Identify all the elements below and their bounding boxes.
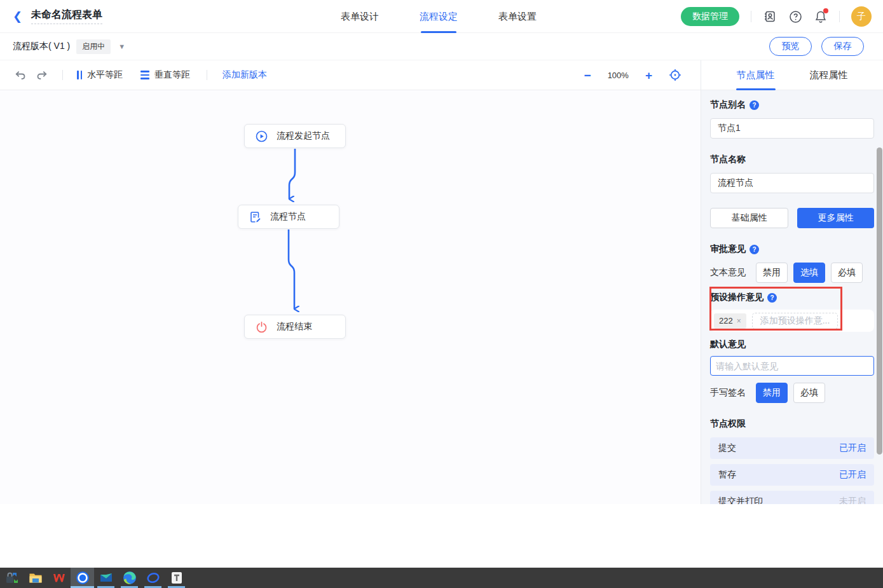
chevron-down-icon[interactable]: ▼: [118, 43, 125, 50]
canvas-toolbar: 水平等距 垂直等距 添加新版本 − 100% +: [0, 60, 701, 90]
mail-app-icon[interactable]: [94, 568, 118, 588]
version-label: 流程版本( V1 ): [13, 41, 70, 52]
preset-opinion-tag: 222 ×: [714, 313, 746, 329]
notification-bell-icon[interactable]: [814, 10, 828, 24]
add-version-button[interactable]: 添加新版本: [222, 69, 267, 81]
properties-panel: 节点属性 流程属性 节点别名 ? 节点名称 基础属性 更多属性 审批意见 ?: [701, 60, 883, 504]
flow-node-end[interactable]: 流程结束: [244, 315, 346, 339]
undo-icon[interactable]: [14, 70, 26, 81]
version-actions: 预览 保存: [769, 37, 864, 56]
horizontal-spacing-button[interactable]: 水平等距: [77, 69, 123, 81]
flow-connectors: [0, 90, 701, 503]
approval-opinion-label: 审批意见 ?: [710, 243, 874, 255]
contacts-book-icon[interactable]: [763, 10, 777, 24]
save-button[interactable]: 保存: [821, 37, 864, 56]
divider: [751, 11, 751, 22]
file-explorer-icon[interactable]: [24, 568, 47, 588]
data-manage-button[interactable]: 数据管理: [681, 7, 739, 26]
preset-opinion-field[interactable]: 222 × 添加预设操作意...: [710, 310, 874, 332]
vertical-spacing-icon: [140, 71, 149, 79]
header-tabs: 表单设计 流程设定 表单设置: [341, 0, 537, 33]
vertical-spacing-button[interactable]: 垂直等距: [140, 69, 190, 81]
help-icon[interactable]: ?: [750, 245, 759, 254]
signature-required-button[interactable]: 必填: [793, 383, 825, 403]
basic-properties-button[interactable]: 基础属性: [710, 208, 788, 228]
divider: [207, 70, 207, 80]
text-opinion-optional-button[interactable]: 选填: [793, 263, 825, 283]
add-preset-opinion-button[interactable]: 添加预设操作意...: [752, 313, 839, 329]
signature-disable-button[interactable]: 禁用: [756, 383, 788, 403]
permission-row-submit: 提交 已开启: [710, 437, 874, 459]
text-opinion-row: 文本意见 禁用 选填 必填: [710, 263, 874, 283]
user-avatar[interactable]: 子: [851, 6, 872, 27]
redo-icon[interactable]: [36, 70, 48, 81]
flow-canvas[interactable]: 流程发起节点 流程节点: [0, 90, 701, 504]
fit-view-icon[interactable]: [669, 69, 681, 81]
divider: [62, 70, 63, 80]
preview-button[interactable]: 预览: [769, 37, 812, 56]
permission-toggle[interactable]: 未开启: [839, 496, 866, 504]
horizontal-spacing-icon: [77, 71, 82, 79]
remote-control-app-icon[interactable]: [0, 568, 24, 588]
app-window: ❮ 未命名流程表单 表单设计 流程设定 表单设置 数据管理: [0, 0, 883, 588]
node-label: 流程发起节点: [277, 130, 330, 142]
windows-taskbar: [0, 568, 883, 588]
panel-tabs: 节点属性 流程属性: [701, 60, 883, 90]
remove-tag-icon[interactable]: ×: [737, 317, 741, 325]
divider: [839, 11, 840, 22]
node-label: 流程结束: [277, 321, 312, 332]
flow-node-process[interactable]: 流程节点: [238, 205, 339, 229]
zoom-in-button[interactable]: +: [645, 69, 652, 81]
flow-node-start[interactable]: 流程发起节点: [244, 124, 346, 148]
tab-node-properties[interactable]: 节点属性: [737, 60, 775, 90]
zoom-controls: − 100% +: [584, 69, 681, 81]
main-area: 水平等距 垂直等距 添加新版本 − 100% +: [0, 60, 883, 504]
active-blue-circle-app-icon[interactable]: [71, 568, 94, 588]
tab-process-setting[interactable]: 流程设定: [420, 0, 458, 33]
panel-body: 节点别名 ? 节点名称 基础属性 更多属性 审批意见 ? 文本意见 禁用: [701, 90, 883, 504]
default-opinion-label: 默认意见: [710, 339, 874, 350]
page-title[interactable]: 未命名流程表单: [31, 8, 102, 24]
permission-toggle[interactable]: 已开启: [839, 469, 866, 481]
node-name-label: 节点名称: [710, 154, 874, 165]
node-permissions-label: 节点权限: [710, 418, 874, 430]
preset-opinion-label: 预设操作意见 ?: [710, 292, 874, 303]
tab-form-setting[interactable]: 表单设置: [498, 0, 537, 33]
edge-browser-icon[interactable]: [118, 568, 141, 588]
power-icon: [256, 321, 268, 333]
ring-app-icon[interactable]: [141, 568, 165, 588]
wps-office-icon[interactable]: [47, 568, 71, 588]
notification-badge: [823, 8, 828, 13]
text-opinion-label: 文本意见: [710, 267, 756, 278]
back-icon[interactable]: ❮: [13, 10, 22, 24]
node-alias-input[interactable]: [710, 118, 874, 139]
play-circle-icon: [256, 130, 268, 142]
status-badge: 启用中: [76, 39, 111, 54]
signature-row: 手写签名 禁用 必填: [710, 383, 874, 403]
tab-process-properties[interactable]: 流程属性: [810, 60, 848, 90]
top-header: ❮ 未命名流程表单 表单设计 流程设定 表单设置 数据管理: [0, 0, 883, 33]
tab-form-design[interactable]: 表单设计: [341, 0, 379, 33]
text-opinion-required-button[interactable]: 必填: [831, 263, 863, 283]
help-icon[interactable]: ?: [750, 100, 759, 110]
text-editor-app-icon[interactable]: [165, 568, 188, 588]
zoom-out-button[interactable]: −: [584, 69, 591, 81]
property-switch-buttons: 基础属性 更多属性: [710, 208, 874, 228]
document-edit-icon: [249, 211, 261, 223]
canvas-column: 水平等距 垂直等距 添加新版本 − 100% +: [0, 60, 701, 504]
version-bar: 流程版本( V1 ) 启用中 ▼ 预览 保存: [0, 33, 883, 60]
signature-label: 手写签名: [710, 387, 756, 399]
node-name-input[interactable]: [710, 173, 874, 193]
help-icon[interactable]: [788, 10, 802, 24]
permission-row-submit-print: 提交并打印 未开启: [710, 491, 874, 504]
help-icon[interactable]: ?: [767, 293, 777, 303]
permission-toggle[interactable]: 已开启: [839, 442, 866, 454]
more-properties-button[interactable]: 更多属性: [797, 208, 874, 228]
default-opinion-input[interactable]: [710, 356, 874, 376]
node-alias-label: 节点别名 ?: [710, 99, 874, 111]
node-label: 流程节点: [270, 211, 306, 222]
text-opinion-disable-button[interactable]: 禁用: [756, 263, 788, 283]
zoom-level: 100%: [608, 71, 629, 80]
panel-scrollbar[interactable]: [877, 147, 882, 455]
header-actions: 数据管理: [681, 0, 872, 33]
